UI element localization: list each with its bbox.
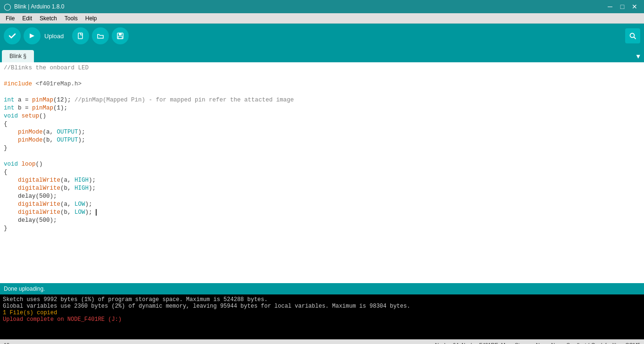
menu-sketch[interactable]: Sketch — [36, 14, 61, 23]
menu-tools[interactable]: Tools — [61, 14, 82, 23]
new-icon — [76, 32, 85, 40]
open-icon — [96, 32, 105, 40]
toolbar-right — [625, 28, 640, 43]
menu-help[interactable]: Help — [82, 14, 101, 23]
tab-blink[interactable]: Blink § — [2, 50, 34, 62]
board-info: Nucleo-64, Nucleo F401RE, Mass Storage, … — [435, 342, 640, 344]
title-text: Blink | Arduino 1.8.0 — [14, 3, 65, 10]
open-button[interactable] — [92, 27, 109, 44]
verify-icon — [8, 32, 17, 40]
upload-label: Upload — [44, 33, 64, 40]
console-line4: Upload complete on NODE_F401RE (J:) — [3, 316, 641, 323]
upload-button[interactable] — [24, 27, 41, 44]
svg-rect-3 — [119, 33, 122, 35]
done-uploading-text: Done uploading. — [4, 285, 45, 292]
tabbar: Blink § ▼ — [0, 48, 644, 62]
menubar: File Edit Sketch Tools Help — [0, 13, 644, 24]
tab-dropdown-button[interactable]: ▼ — [633, 51, 644, 62]
svg-marker-0 — [30, 34, 34, 38]
search-button[interactable] — [625, 28, 640, 43]
minimize-button[interactable]: ─ — [604, 1, 616, 12]
titlebar-left: ◯ Blink | Arduino 1.8.0 — [4, 3, 65, 10]
upload-icon — [28, 32, 36, 40]
save-button[interactable] — [112, 27, 129, 44]
toolbar: Upload — [0, 24, 644, 48]
line-number: 19 — [4, 342, 9, 344]
close-button[interactable]: ✕ — [629, 1, 640, 12]
output-status: Done uploading. — [0, 283, 644, 294]
console-line1: Sketch uses 9992 bytes (1%) of program s… — [3, 296, 641, 303]
titlebar: ◯ Blink | Arduino 1.8.0 ─ □ ✕ — [0, 0, 644, 13]
console-line3: 1 File(s) copied — [3, 310, 641, 316]
menu-edit[interactable]: Edit — [18, 14, 36, 23]
search-icon — [629, 32, 636, 40]
new-button[interactable] — [72, 27, 89, 44]
svg-line-6 — [634, 37, 636, 39]
code-content: //Blinks the onboard LED #include <f401r… — [0, 62, 644, 235]
menu-file[interactable]: File — [2, 14, 18, 23]
maximize-button[interactable]: □ — [617, 1, 628, 12]
app-icon: ◯ — [4, 3, 11, 10]
console-area[interactable]: Sketch uses 9992 bytes (1%) of program s… — [0, 294, 644, 339]
titlebar-controls: ─ □ ✕ — [604, 1, 640, 12]
statusbar: 19 Nucleo-64, Nucleo F401RE, Mass Storag… — [0, 339, 644, 344]
editor-area[interactable]: //Blinks the onboard LED #include <f401r… — [0, 62, 644, 283]
verify-button[interactable] — [4, 27, 21, 44]
save-icon — [116, 32, 124, 40]
console-line2: Global variables use 2360 bytes (2%) of … — [3, 303, 641, 310]
